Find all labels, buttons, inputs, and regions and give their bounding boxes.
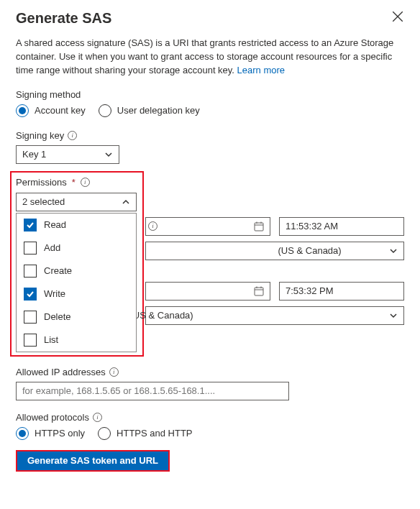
allowed-protocols-label: Allowed protocols i	[16, 412, 404, 423]
radio-icon	[99, 104, 111, 117]
signing-method-group: Account key User delegation key	[16, 104, 404, 117]
learn-more-link[interactable]: Learn more	[237, 65, 285, 75]
close-button[interactable]	[391, 10, 404, 23]
calendar-icon	[254, 221, 264, 231]
permission-option-add[interactable]: Add	[17, 237, 136, 260]
radio-https-only[interactable]: HTTPS only	[16, 427, 85, 440]
allowed-ip-input[interactable]	[16, 382, 289, 400]
info-icon[interactable]: i	[68, 131, 77, 140]
chevron-down-icon	[389, 247, 398, 255]
permission-option-write[interactable]: Write	[17, 283, 136, 306]
permission-option-read[interactable]: Read	[17, 214, 136, 237]
permission-option-list[interactable]: List	[17, 329, 136, 352]
generate-sas-button[interactable]: Generate SAS token and URL	[16, 450, 170, 472]
svg-rect-0	[255, 223, 263, 231]
calendar-icon	[254, 286, 264, 296]
expiry-timezone-select[interactable]: (UTC-08:00) Pacific Time (US & Canada)	[145, 306, 404, 325]
close-icon	[391, 10, 404, 23]
checkbox-icon	[24, 219, 37, 231]
checkbox-icon	[24, 311, 37, 324]
allowed-protocols-group: HTTPS only HTTPS and HTTP	[16, 427, 404, 440]
expiry-time-input[interactable]: 7:53:32 PM	[279, 282, 404, 301]
chevron-down-icon	[389, 311, 398, 320]
description-text: A shared access signature (SAS) is a URI…	[16, 37, 404, 78]
permission-option-delete[interactable]: Delete	[17, 306, 136, 329]
radio-https-and-http[interactable]: HTTPS and HTTP	[98, 427, 192, 440]
radio-account-key[interactable]: Account key	[16, 104, 86, 117]
signing-key-label: Signing key i	[16, 130, 404, 141]
info-icon[interactable]: i	[81, 178, 90, 187]
chevron-up-icon	[122, 198, 130, 206]
start-time-input[interactable]: 11:53:32 AM	[279, 217, 404, 236]
checkbox-icon	[24, 288, 37, 301]
chevron-down-icon	[104, 150, 113, 159]
signing-method-label: Signing method	[16, 89, 404, 100]
radio-icon	[16, 427, 29, 440]
start-datetime-group: 11:53:32 AM xxxxxxxxxxxxxxxxxxxxxxxxxxx(…	[145, 217, 404, 260]
radio-icon	[16, 104, 29, 117]
checkbox-icon	[24, 334, 37, 347]
start-date-input[interactable]	[145, 217, 270, 236]
permissions-label: Permissions* i	[16, 177, 90, 188]
radio-user-delegation-key[interactable]: User delegation key	[99, 104, 200, 117]
start-timezone-select[interactable]: xxxxxxxxxxxxxxxxxxxxxxxxxxx(US & Canada)	[145, 242, 404, 260]
expiry-date-input[interactable]	[145, 282, 270, 301]
permissions-select[interactable]: 2 selected	[16, 193, 137, 211]
signing-key-select[interactable]: Key 1	[16, 145, 119, 164]
info-icon[interactable]: i	[93, 413, 102, 422]
permission-option-create[interactable]: Create	[17, 260, 136, 283]
radio-icon	[98, 427, 111, 440]
permissions-dropdown: ReadAddCreateWriteDeleteList	[16, 213, 137, 352]
expiry-datetime-group: 7:53:32 PM (UTC-08:00) Pacific Time (US …	[145, 282, 404, 325]
checkbox-icon	[24, 265, 37, 278]
allowed-ip-label: Allowed IP addresses i	[16, 367, 404, 377]
checkbox-icon	[24, 242, 37, 254]
info-icon[interactable]: i	[109, 367, 119, 377]
svg-rect-4	[255, 288, 263, 295]
dialog-title: Generate SAS	[16, 10, 111, 27]
